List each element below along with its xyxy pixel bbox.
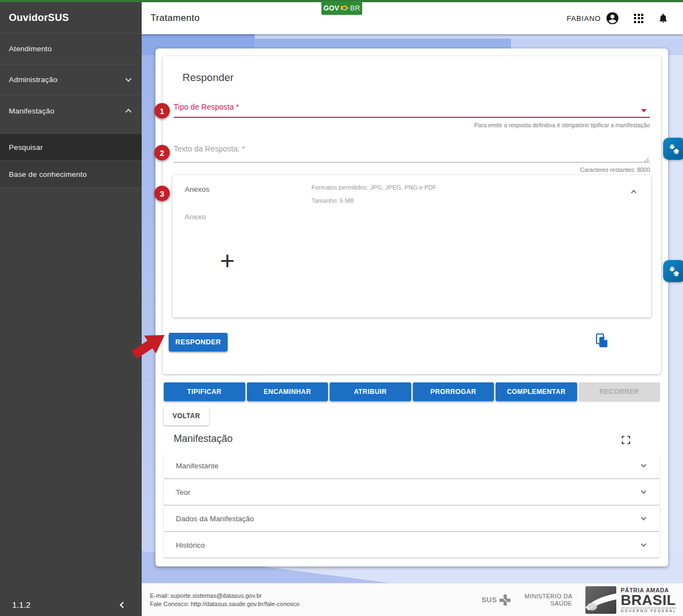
responder-title: Responder — [182, 72, 234, 84]
sidebar-item-label: Administração — [9, 75, 57, 84]
ministry-label: MINISTÉRIO DA SAÚDE — [525, 593, 572, 607]
sidebar-item-administracao[interactable]: Administração — [0, 64, 142, 95]
anexo-label: Anexo — [185, 213, 206, 221]
app-title: OuvidorSUS — [0, 2, 142, 34]
footer-contact: E-mail: suporte.sistemas@datasus.gov.br … — [150, 592, 299, 608]
accordion-row-manifestante[interactable]: Manifestante — [164, 453, 660, 478]
anexos-panel: Anexos Formatos permitidos: JPG, JPEG, P… — [173, 175, 651, 317]
libras-hands-icon[interactable] — [663, 138, 683, 160]
footer: E-mail: suporte.sistemas@datasus.gov.br … — [142, 583, 683, 616]
responder-panel: Responder Tipo de Resposta * Para emitir… — [163, 56, 661, 374]
responder-button[interactable]: RESPONDER — [169, 333, 228, 352]
sidebar-item-base-conhecimento[interactable]: Base de conhecimento — [0, 161, 142, 188]
action-buttons-row: TIPIFICAR ENCAMINHAR ATRIBUIR PRORROGAR … — [164, 382, 660, 401]
accordion-label: Histórico — [176, 541, 205, 549]
sidebar-item-label: Atendimento — [9, 45, 52, 53]
main-card: Responder Tipo de Resposta * Para emitir… — [155, 48, 668, 566]
annotation-step-3: 3 — [154, 186, 170, 201]
chevron-down-icon — [641, 515, 647, 520]
sidebar-item-label: Base de conhecimento — [9, 170, 87, 179]
govbr-gov-label: GOV — [324, 4, 340, 12]
voltar-button[interactable]: VOLTAR — [164, 407, 209, 425]
chevron-down-icon — [125, 75, 131, 82]
libras-hands-icon[interactable] — [663, 260, 683, 282]
chevron-up-icon — [125, 109, 131, 115]
add-attachment-button[interactable]: + — [220, 248, 235, 273]
collapse-sidebar-icon[interactable] — [120, 602, 126, 608]
anexos-formats: Formatos permitidos: JPG, JPEG, PNG e PD… — [311, 184, 437, 191]
footer-logos: SUS MINISTÉRIO DA SAÚDE — [481, 586, 676, 614]
accordion-row-historico[interactable]: Histórico — [164, 532, 660, 558]
chevron-down-icon — [641, 488, 647, 494]
resize-handle-icon[interactable] — [644, 155, 649, 165]
atribuir-button[interactable]: ATRIBUIR — [330, 382, 411, 401]
brasil-government-logo: PÁTRIA AMADA BRASIL GOVERNO FEDERAL — [585, 586, 676, 614]
caret-down-icon — [641, 109, 647, 112]
email-value: suporte.sistemas@datasus.gov.br — [170, 592, 262, 599]
texto-resposta-label: Texto da Resposta: * — [174, 144, 245, 153]
govbr-badge: GOV BR — [321, 1, 362, 15]
chevron-down-icon — [641, 462, 647, 467]
sidebar-item-manifestacao[interactable]: Manifestação — [0, 95, 142, 126]
annotation-step-2: 2 — [154, 145, 170, 160]
top-bar: Tratamento FABIANO — [142, 2, 683, 34]
tipo-resposta-underline — [174, 117, 650, 118]
anexos-title: Anexos — [185, 185, 209, 193]
top-bar-actions: FABIANO — [567, 11, 669, 25]
email-label: E-mail: — [150, 592, 169, 599]
prorrogar-button[interactable]: PRORROGAR — [413, 382, 494, 401]
anexos-size: Tamanho: 5 MB — [311, 197, 354, 204]
page-title: Tratamento — [150, 13, 200, 24]
sus-logo: SUS — [481, 593, 511, 607]
govbr-arrow-icon — [341, 5, 348, 11]
bell-icon[interactable] — [658, 12, 669, 24]
sidebar-submenu: Pesquisar Base de conhecimento — [0, 133, 142, 188]
chars-remaining: Caracteres restantes: 8000 — [580, 166, 650, 173]
annotation-step-1: 1 — [154, 103, 170, 118]
sidebar-item-atendimento[interactable]: Atendimento — [0, 34, 142, 64]
contact-label: Fale Conosco: — [150, 601, 189, 607]
accordion-label: Dados da Manifestação — [176, 515, 254, 523]
fullscreen-icon[interactable] — [621, 435, 631, 447]
sidebar-item-label: Pesquisar — [9, 143, 43, 152]
grid-apps-icon[interactable] — [634, 14, 643, 23]
manifestacao-title: Manifestação — [174, 433, 233, 445]
govbr-br-label: BR — [350, 4, 360, 12]
username[interactable]: FABIANO — [567, 14, 601, 23]
app-root: OuvidorSUS Atendimento Administração Man… — [0, 0, 683, 616]
accordion-row-dados[interactable]: Dados da Manifestação — [164, 506, 660, 531]
sidebar: OuvidorSUS Atendimento Administração Man… — [0, 2, 142, 616]
sidebar-item-pesquisar[interactable]: Pesquisar — [0, 134, 142, 161]
complementar-button[interactable]: COMPLEMENTAR — [496, 382, 577, 401]
accordion-label: Teor — [176, 488, 190, 496]
tipificar-button[interactable]: TIPIFICAR — [164, 382, 245, 401]
accordion-row-teor[interactable]: Teor — [164, 479, 660, 505]
sus-cross-icon — [498, 593, 512, 607]
app-version: 1.1.2 — [12, 600, 30, 609]
chevron-down-icon — [641, 541, 647, 547]
chevron-up-icon[interactable] — [631, 190, 637, 196]
recorrer-button[interactable]: RECORRER — [579, 382, 660, 401]
texto-resposta-underline — [174, 162, 650, 163]
manifestacao-accordion: Manifestante Teor Dados da Manifestação … — [164, 453, 660, 559]
brand-bottom: GOVERNO FEDERAL — [621, 609, 676, 613]
sidebar-nav: Atendimento Administração Manifestação P… — [0, 34, 142, 188]
tipo-resposta-helper: Para emitir a resposta definitiva é obri… — [474, 122, 650, 128]
copy-document-icon[interactable] — [596, 333, 608, 350]
accordion-label: Manifestante — [176, 462, 218, 470]
encaminhar-button[interactable]: ENCAMINHAR — [247, 382, 329, 401]
sus-label: SUS — [481, 596, 497, 604]
account-circle-icon[interactable] — [605, 11, 620, 25]
sidebar-footer: 1.1.2 — [0, 600, 142, 609]
brand-main: BRASIL — [621, 593, 676, 607]
contact-value: http://datasus.saude.gov.br/fale-conosco — [191, 601, 299, 607]
sidebar-item-label: Manifestação — [9, 107, 55, 115]
sidebar-divider — [0, 457, 142, 458]
tipo-resposta-label: Tipo de Resposta * — [174, 102, 239, 111]
brasil-flag-icon — [585, 586, 616, 614]
